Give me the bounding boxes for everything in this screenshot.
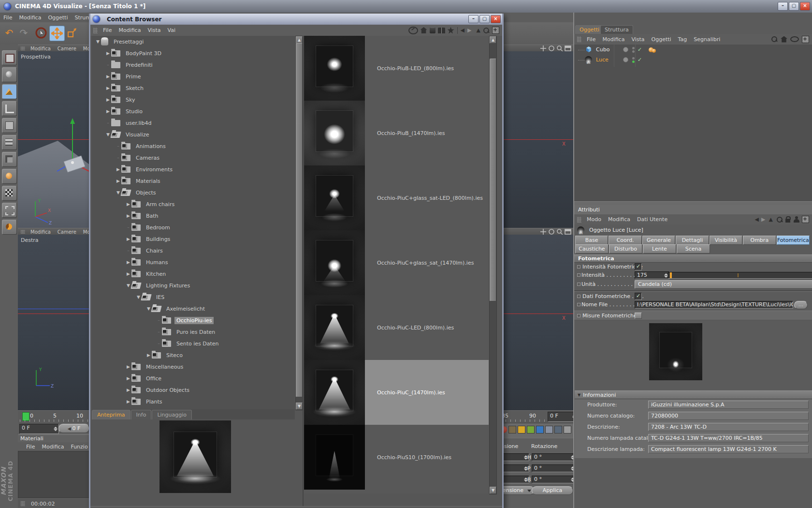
tree-item-label[interactable]: Materials (134, 178, 162, 185)
menu-item-dati-utente[interactable]: Dati Utente (637, 216, 667, 223)
new-browser-icon[interactable] (492, 27, 499, 34)
tree-item[interactable]: ▶Studio (92, 105, 295, 117)
key-bullet-icon[interactable] (577, 265, 580, 269)
scale-tool-icon[interactable] (65, 26, 79, 40)
slider-handle[interactable] (670, 272, 672, 278)
expander-closed-icon[interactable]: ▶ (105, 74, 111, 79)
menu-item-file[interactable]: File (103, 27, 112, 33)
tree-item-label[interactable]: Arm chairs (144, 201, 176, 208)
viewport-menu-item-modifica[interactable]: Modifica (30, 46, 51, 51)
axis-tool-icon[interactable] (2, 101, 17, 116)
grid-tool-icon[interactable] (2, 135, 17, 150)
menu-item-file[interactable]: File (26, 444, 35, 450)
tree-item[interactable]: –Chairs (92, 245, 295, 256)
info-value-field[interactable]: 72080000 (648, 412, 809, 420)
tree-item-label[interactable]: Objects (134, 189, 158, 196)
tree-item-label[interactable]: Sky (124, 96, 137, 104)
viewport-pan-icon[interactable] (540, 228, 547, 235)
expander-closed-icon[interactable]: ▶ (125, 376, 131, 381)
tab-linguaggio[interactable]: Linguaggio (152, 410, 192, 419)
tree-item-label[interactable]: Bedroom (144, 224, 172, 231)
content-tree[interactable]: ▼Presettaggi▶BodyPaint 3D–Predefiniti▶Pr… (92, 36, 295, 409)
pla-key-icon[interactable] (554, 426, 562, 433)
parameter-key-icon[interactable] (545, 426, 553, 433)
tree-item-label[interactable]: Miscellaneous (144, 363, 185, 371)
tree-item[interactable]: –user.lib4d (92, 117, 295, 129)
file-row[interactable]: Occhio-PiuC-LED_(800lm).ies (304, 295, 489, 360)
tab-info[interactable]: Info (131, 410, 152, 419)
viewport-toggle-icon[interactable] (565, 228, 571, 235)
tree-item-label[interactable]: Puro ies Daten (174, 329, 217, 336)
tree-item-label[interactable]: Visualize (124, 131, 151, 138)
expander-closed-icon[interactable]: ▶ (125, 202, 131, 207)
expander-closed-icon[interactable]: ▶ (125, 237, 131, 241)
materials-panel-body[interactable] (18, 451, 91, 498)
catalog-icon[interactable] (438, 28, 445, 33)
tree-item-label[interactable]: Plants (144, 398, 164, 405)
viewport-menu-item-camere[interactable]: Camere (58, 46, 76, 51)
apply-button[interactable]: Applica (532, 486, 573, 495)
browse-icon[interactable] (408, 27, 418, 34)
dimension-mode-dropdown[interactable]: ensione (499, 486, 534, 495)
enabled-check-icon[interactable]: ✓ (638, 46, 642, 53)
viewport-menu-item-camere[interactable]: Camere (58, 229, 76, 235)
tree-item[interactable]: ▼Objects (92, 187, 295, 198)
dimension-field[interactable] (499, 453, 529, 461)
pane-splitter[interactable] (303, 36, 304, 506)
tree-item[interactable]: ▶Miscellaneous (92, 361, 295, 373)
favorites-icon[interactable] (448, 27, 454, 34)
tree-item-label[interactable]: Animations (134, 143, 168, 150)
maximize-button[interactable]: ▢ (789, 2, 799, 11)
cage-tool-icon[interactable] (2, 203, 17, 218)
tree-item[interactable]: ▶Materials (92, 175, 295, 187)
tree-item-label[interactable]: Environments (134, 166, 174, 173)
tree-item[interactable]: ▶Arm chairs (92, 198, 295, 210)
file-list[interactable]: Occhio-PiuB-LED_(800lm).iesOcchio-PiuB_(… (304, 36, 489, 493)
tree-item[interactable]: ▼Lighting Fixtures (92, 280, 295, 291)
viewport-menu-item-modifica[interactable]: Modifica (30, 229, 51, 235)
tree-item[interactable]: ▶Buildings (92, 233, 295, 245)
expander-closed-icon[interactable]: ▶ (115, 179, 121, 183)
scrollbar-thumb[interactable] (490, 59, 496, 301)
tree-item[interactable]: ▶Office (92, 373, 295, 384)
object-row-luce[interactable]: IESLuce✓ (574, 55, 812, 65)
menu-item-file[interactable]: File (3, 15, 12, 21)
tree-item-label[interactable]: BodyPaint 3D (124, 50, 163, 57)
info-value-field[interactable]: 7208 - Arc 13W TC-D (648, 423, 809, 431)
tree-item-label[interactable]: Outdoor Objects (144, 387, 191, 394)
key-bullet-icon[interactable] (577, 314, 580, 317)
info-value-field[interactable]: iGuzzini illuminazione S.p.A (648, 401, 809, 409)
fotometrica-section-header[interactable]: Fotometrica (574, 254, 812, 263)
scroll-up-icon[interactable]: ▲ (490, 36, 496, 44)
undo-icon[interactable]: ↶ (2, 26, 16, 40)
tree-item[interactable]: –Cameras (92, 152, 295, 164)
scroll-down-icon[interactable]: ▼ (296, 403, 303, 410)
content-browser-title-bar[interactable]: Content Browser – ▢ × (90, 14, 502, 25)
tree-item-label[interactable]: Kitchen (144, 270, 168, 278)
tree-item[interactable]: ▶Prime (92, 71, 295, 82)
tree-item-label[interactable]: Humans (144, 259, 170, 266)
menu-item-segnalibri[interactable]: Segnalibri (694, 36, 720, 43)
parent-up-icon[interactable]: ▲ (769, 216, 773, 223)
tree-item[interactable]: ▼Visualize (92, 129, 295, 140)
back-icon[interactable]: ◀ (461, 27, 464, 33)
redo-icon[interactable]: ↷ (16, 26, 31, 40)
expander-closed-icon[interactable]: ▶ (145, 353, 152, 358)
tree-item-label[interactable]: Axelmeiselicht (164, 305, 207, 313)
landscape-tool-icon[interactable] (2, 84, 17, 99)
drag-grip-icon[interactable] (93, 28, 98, 33)
file-row[interactable]: Occhio-PiuB-LED_(800lm).ies (304, 36, 489, 101)
tree-item-label[interactable]: Buildings (144, 236, 172, 243)
tab-anteprima[interactable]: Anteprima (92, 410, 130, 419)
material-tag-icon[interactable] (652, 49, 656, 53)
unita-dropdown[interactable]: Candela (cd) (635, 280, 812, 289)
material-ball-icon[interactable] (2, 169, 17, 184)
history-back-icon[interactable]: ◀ (755, 216, 759, 223)
tree-item[interactable]: ▼IES (92, 291, 295, 303)
tree-item[interactable]: ▶Sketch (92, 82, 295, 94)
menu-item-modifica[interactable]: Modifica (19, 15, 41, 21)
tree-item[interactable]: –Sento ies Daten (92, 338, 295, 349)
close-button[interactable]: × (800, 2, 810, 11)
tree-item-label[interactable]: Studio (124, 108, 145, 115)
live-selection-icon[interactable] (34, 26, 48, 40)
